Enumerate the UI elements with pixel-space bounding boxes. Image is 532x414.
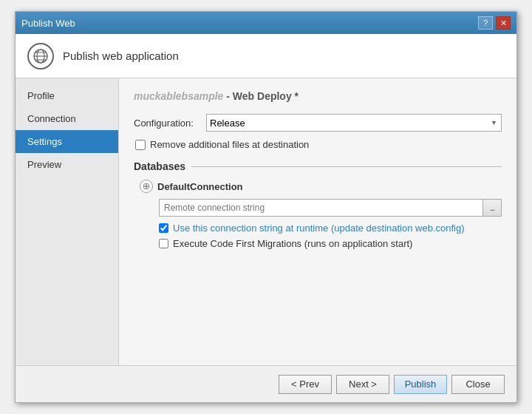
use-connection-row: Use this connection string at runtime (u… <box>159 223 502 234</box>
remove-files-checkbox[interactable] <box>135 140 146 150</box>
use-connection-checkbox[interactable] <box>159 223 168 233</box>
configuration-row: Configuration: Debug Release <box>134 114 502 132</box>
sidebar-item-profile[interactable]: Profile <box>16 84 118 107</box>
dialog-close-button[interactable]: ✕ <box>496 16 511 30</box>
page-title-suffix: - Web Deploy * <box>223 90 299 102</box>
default-connection-group: DefaultConnection Use this connection st… <box>140 180 502 249</box>
use-connection-label: Use this connection string at runtime (u… <box>173 223 465 234</box>
header-title: Publish web application <box>63 50 179 62</box>
close-button[interactable]: Close <box>451 375 505 394</box>
connection-string-input[interactable] <box>159 199 482 217</box>
sidebar-item-settings[interactable]: Settings <box>16 130 118 153</box>
header-icon <box>27 43 54 69</box>
footer: < Prev Next > Publish Close <box>16 365 516 402</box>
header-section: Publish web application <box>16 34 516 78</box>
databases-section: DefaultConnection Use this connection st… <box>140 180 502 249</box>
code-first-row: Execute Code First Migrations (runs on a… <box>159 238 502 249</box>
publish-button[interactable]: Publish <box>394 375 447 394</box>
db-header: DefaultConnection <box>140 180 502 193</box>
remove-files-label: Remove additional files at destination <box>150 139 309 150</box>
title-bar: Publish Web ? ✕ <box>16 12 516 34</box>
collapse-icon <box>143 183 150 190</box>
main-content: muckablebsample - Web Deploy * Configura… <box>119 78 516 365</box>
configuration-select[interactable]: Debug Release <box>206 114 502 132</box>
next-button[interactable]: Next > <box>336 375 389 394</box>
prev-button[interactable]: < Prev <box>279 375 332 394</box>
configuration-label: Configuration: <box>134 118 200 129</box>
connection-string-browse-button[interactable] <box>482 199 502 217</box>
configuration-select-wrapper: Debug Release <box>206 114 502 132</box>
dialog-title: Publish Web <box>21 18 75 29</box>
globe-icon <box>33 48 49 64</box>
connection-string-row <box>159 199 502 217</box>
collapse-button[interactable] <box>140 180 153 193</box>
sidebar-item-connection[interactable]: Connection <box>16 107 118 130</box>
sidebar-item-preview[interactable]: Preview <box>16 153 118 176</box>
publish-web-dialog: Publish Web ? ✕ Publish web application … <box>15 11 517 403</box>
databases-section-title: Databases <box>134 160 502 172</box>
title-bar-buttons: ? ✕ <box>478 16 511 30</box>
code-first-label: Execute Code First Migrations (runs on a… <box>173 238 412 249</box>
remove-files-row: Remove additional files at destination <box>135 139 502 150</box>
hostname-text: muckablebsample <box>134 90 223 102</box>
body: Profile Connection Settings Preview muck… <box>16 78 516 365</box>
db-name: DefaultConnection <box>157 181 243 192</box>
code-first-checkbox[interactable] <box>159 239 168 248</box>
help-button[interactable]: ? <box>478 16 493 30</box>
sidebar: Profile Connection Settings Preview <box>16 78 119 365</box>
page-subtitle: muckablebsample - Web Deploy * <box>134 90 502 102</box>
